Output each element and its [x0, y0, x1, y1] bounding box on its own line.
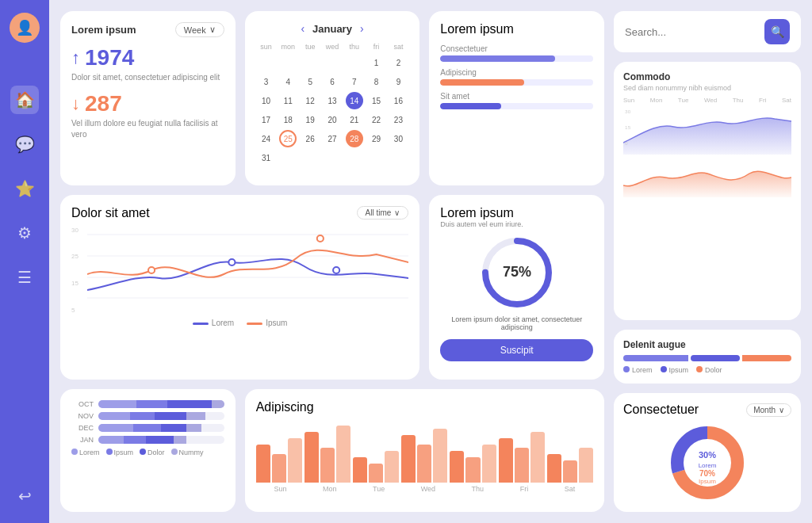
svg-point-17	[317, 235, 324, 242]
linechart-area: 30 25 15 5	[71, 227, 408, 314]
cal-day[interactable]	[279, 54, 297, 71]
search-input[interactable]	[625, 26, 758, 38]
cal-day-20[interactable]: 20	[324, 111, 341, 128]
cal-day-3[interactable]: 3	[258, 73, 275, 90]
bars-title: Lorem ipsum	[440, 22, 593, 36]
delenit-seg-3	[742, 355, 791, 361]
cal-day[interactable]	[258, 54, 275, 71]
cal-day-7[interactable]: 7	[346, 73, 363, 90]
legend-dot-dolor	[696, 366, 703, 372]
cal-day-17[interactable]: 17	[258, 111, 275, 128]
cal-day-1[interactable]: 1	[368, 54, 385, 71]
cal-day-13[interactable]: 13	[324, 92, 341, 109]
delenit-bars	[623, 355, 791, 361]
cal-day-14-today[interactable]: 14	[346, 92, 363, 109]
cal-day-29[interactable]: 29	[368, 130, 385, 147]
cal-day-24[interactable]: 24	[258, 130, 275, 147]
stats-title: Lorem ipsum	[71, 24, 136, 36]
cal-day-8[interactable]: 8	[368, 73, 385, 90]
cal-day-23[interactable]: 23	[389, 111, 407, 128]
hbar-segment	[186, 424, 201, 432]
bar-chart-area	[256, 419, 593, 483]
avatar[interactable]: 👤	[10, 13, 40, 43]
cal-day-5[interactable]: 5	[301, 73, 319, 90]
cal-day-19[interactable]: 19	[301, 111, 319, 128]
svg-text:30: 30	[625, 109, 631, 114]
cal-day-28-highlight[interactable]: 28	[346, 130, 363, 147]
bar-label-3: Sit amet	[440, 92, 593, 101]
line-chart-svg	[87, 227, 408, 314]
cal-day-26[interactable]: 26	[301, 130, 319, 147]
cal-day-30[interactable]: 30	[389, 130, 407, 147]
cal-day-6[interactable]: 6	[324, 73, 341, 90]
sidebar: 👤 🏠 💬 ⭐ ⚙ ☰ ↩	[0, 0, 49, 523]
cal-day[interactable]	[301, 54, 319, 71]
cal-day-21[interactable]: 21	[346, 111, 363, 128]
bar-item	[401, 435, 416, 483]
search-button[interactable]: 🔍	[764, 19, 790, 44]
hbar-segment	[212, 400, 224, 408]
cal-day-18[interactable]: 18	[279, 111, 297, 128]
cal-day-27[interactable]: 27	[324, 130, 341, 147]
circular-card: Lorem ipsum Duis autem vel eum iriure. 7…	[429, 195, 604, 380]
sidebar-item-messages[interactable]: 💬	[10, 130, 39, 158]
cal-day-12[interactable]: 12	[301, 92, 319, 109]
search-bar: 🔍	[614, 11, 801, 52]
cal-day-2[interactable]: 2	[389, 54, 407, 71]
legend-dot-ipsum	[661, 366, 667, 372]
cal-day-10[interactable]: 10	[258, 92, 275, 109]
month-selector[interactable]: Month ∨	[746, 403, 791, 417]
cal-day[interactable]	[346, 54, 363, 71]
cal-day-16[interactable]: 16	[389, 92, 407, 109]
hbar-track	[98, 424, 224, 432]
cal-day-25-circle[interactable]: 25	[279, 130, 297, 147]
bars-card: Lorem ipsum Consectetuer Adipiscing Sit …	[429, 11, 604, 185]
sidebar-item-favorites[interactable]: ⭐	[10, 174, 39, 203]
cal-day-31[interactable]: 31	[258, 149, 275, 166]
adipiscing-chart: SunMonTueWedThuFriSat	[256, 419, 593, 493]
bar-fill-3	[440, 103, 501, 109]
cal-prev-button[interactable]: ‹	[301, 22, 304, 35]
svg-point-14	[228, 259, 235, 265]
bar-group	[256, 438, 302, 483]
bar-group	[304, 426, 350, 483]
hbar-segment	[98, 412, 130, 420]
linechart-title: Dolor sit amet	[71, 206, 150, 220]
bar-item	[450, 451, 464, 483]
cal-day-15[interactable]: 15	[368, 92, 385, 109]
circular-percent: 75%	[503, 264, 531, 280]
cal-day[interactable]	[324, 54, 341, 71]
sidebar-item-logout[interactable]: ↩	[10, 482, 39, 510]
bar-item	[530, 432, 545, 483]
svg-text:Lorem: Lorem	[699, 462, 717, 469]
cal-day-4[interactable]: 4	[279, 73, 297, 90]
commodo-subtitle: Sed diam nonummy nibh euismod	[623, 84, 791, 92]
bar-track-1	[440, 55, 593, 62]
svg-text:0: 0	[625, 140, 628, 146]
bar-item	[417, 445, 431, 483]
hbar-legend-dot-2	[106, 449, 113, 455]
hbar-fill	[98, 436, 224, 444]
svg-point-16	[148, 267, 155, 273]
bar-item	[288, 438, 302, 483]
cal-day-11[interactable]: 11	[279, 92, 297, 109]
linechart-card: Dolor sit amet All time ∨ 30 25 15 5	[60, 195, 419, 380]
week-selector[interactable]: Week ∨	[175, 22, 224, 37]
sidebar-item-menu[interactable]: ☰	[10, 263, 39, 292]
alltime-selector[interactable]: All time ∨	[357, 206, 409, 220]
hbar-fill	[98, 412, 224, 420]
cal-next-button[interactable]: ›	[360, 22, 364, 35]
suscipit-button[interactable]: Suscipit	[440, 339, 593, 361]
cal-day-9[interactable]: 9	[389, 73, 407, 90]
stat-up-value: ↑ 1974	[71, 45, 224, 71]
bar-item	[515, 448, 529, 483]
progress-item-2: Adipiscing	[440, 68, 593, 86]
stat-down-value: ↓ 287	[71, 91, 224, 116]
bar-item	[272, 454, 286, 483]
sidebar-item-home[interactable]: 🏠	[10, 86, 39, 114]
sidebar-item-settings[interactable]: ⚙	[10, 219, 39, 247]
cal-day-22[interactable]: 22	[368, 111, 385, 128]
main-content: Lorem ipsum Week ∨ ↑ 1974 Dolor sit amet…	[49, 0, 812, 523]
bar-group	[547, 448, 593, 483]
cal-header-sun: sun	[256, 41, 277, 52]
